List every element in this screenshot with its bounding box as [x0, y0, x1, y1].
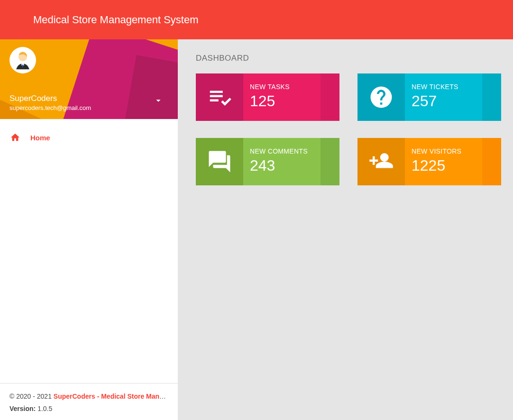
- stat-card-tasks[interactable]: NEW TASKS 125: [196, 73, 339, 121]
- footer-link[interactable]: SuperCoders - Medical Store Management S…: [54, 393, 168, 400]
- stat-value: 257: [412, 92, 458, 110]
- sidebar: SuperCoders supercoders.tech@gmail.com H…: [0, 39, 178, 420]
- stat-label: NEW TASKS: [250, 83, 290, 91]
- user-email: supercoders.tech@gmail.com: [9, 104, 91, 111]
- sidebar-menu: Home: [0, 119, 178, 383]
- dashboard-cards: NEW TASKS 125 NEW TICKETS 257: [196, 73, 501, 185]
- stat-label: NEW TICKETS: [412, 83, 458, 91]
- user-name: SuperCoders: [9, 94, 91, 103]
- stat-value: 243: [250, 157, 308, 174]
- page-title: DASHBOARD: [196, 54, 501, 63]
- main-content: DASHBOARD NEW TASKS 125 NEW TICKETS 25: [178, 39, 513, 420]
- stat-value: 1225: [412, 157, 461, 174]
- footer-version-value: 1.0.5: [36, 405, 52, 412]
- stat-label: NEW COMMENTS: [250, 147, 308, 155]
- sidebar-item-label: Home: [30, 134, 50, 142]
- person-add-icon: [357, 138, 405, 185]
- help-icon: [357, 73, 405, 121]
- chevron-down-icon: [153, 95, 164, 106]
- sidebar-item-home[interactable]: Home: [0, 126, 178, 149]
- stat-card-visitors[interactable]: NEW VISITORS 1225: [357, 138, 501, 185]
- home-icon: [9, 132, 21, 143]
- user-menu-toggle[interactable]: [153, 95, 164, 111]
- playlist-check-icon: [196, 73, 243, 121]
- avatar[interactable]: [9, 47, 36, 73]
- footer-version-label: Version:: [9, 405, 36, 412]
- footer-copyright: © 2020 - 2021: [9, 393, 54, 400]
- sidebar-footer: © 2020 - 2021 SuperCoders - Medical Stor…: [0, 383, 178, 420]
- forum-icon: [196, 138, 243, 185]
- stat-value: 125: [250, 92, 290, 110]
- app-title: Medical Store Management System: [33, 14, 199, 26]
- stat-card-tickets[interactable]: NEW TICKETS 257: [357, 73, 501, 121]
- stat-card-comments[interactable]: NEW COMMENTS 243: [196, 138, 339, 185]
- stat-label: NEW VISITORS: [412, 147, 461, 155]
- topbar: Medical Store Management System: [0, 0, 513, 39]
- user-panel: SuperCoders supercoders.tech@gmail.com: [0, 39, 178, 119]
